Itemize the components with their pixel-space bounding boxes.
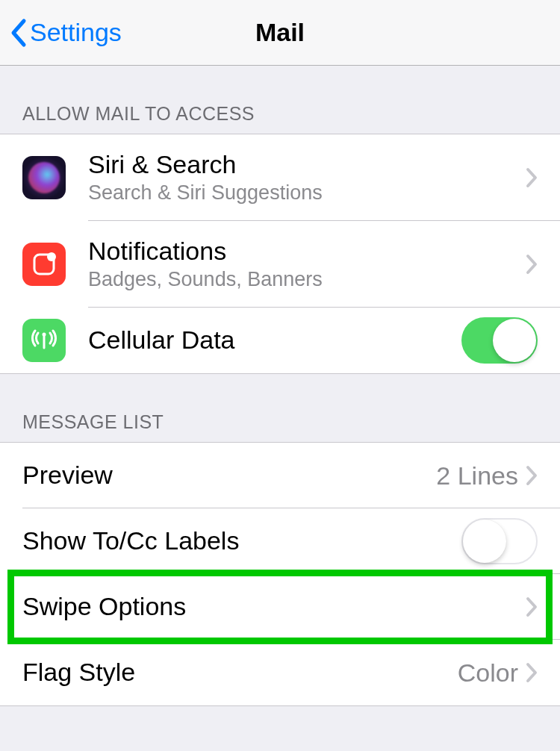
row-preview[interactable]: Preview 2 Lines [0,443,560,508]
navbar: Settings Mail [0,0,560,66]
row-show-tocc[interactable]: Show To/Cc Labels [0,508,560,574]
row-flag-style[interactable]: Flag Style Color [0,640,560,705]
row-siri-search[interactable]: Siri & Search Search & Siri Suggestions [0,134,560,221]
back-label: Settings [30,18,122,47]
row-value: Color [458,658,518,688]
svg-point-1 [47,252,56,261]
row-swipe-options[interactable]: Swipe Options [0,574,560,640]
row-title: Flag Style [22,658,458,687]
row-notifications[interactable]: Notifications Badges, Sounds, Banners [0,221,560,308]
row-title: Siri & Search [88,150,526,179]
chevron-right-icon [526,167,538,188]
section-allow-access: Siri & Search Search & Siri Suggestions … [0,134,560,374]
cellular-icon [22,319,66,362]
row-subtitle: Search & Siri Suggestions [88,181,526,206]
row-title: Preview [22,461,436,490]
chevron-right-icon [526,254,538,275]
chevron-right-icon [526,662,538,683]
row-title: Notifications [88,237,526,266]
section-header-message-list: Message List [0,374,560,442]
row-subtitle: Badges, Sounds, Banners [88,267,526,293]
row-cellular-data[interactable]: Cellular Data [0,308,560,373]
back-button[interactable]: Settings [0,18,122,48]
notifications-icon [22,243,66,286]
cellular-toggle[interactable] [461,317,538,364]
row-title: Show To/Cc Labels [22,526,461,555]
row-title: Swipe Options [22,592,526,621]
chevron-left-icon [9,18,27,48]
chevron-right-icon [526,465,538,486]
section-header-allow-access: Allow Mail to Access [0,66,560,134]
row-value: 2 Lines [436,461,518,490]
section-message-list: Preview 2 Lines Show To/Cc Labels Swipe … [0,442,560,706]
row-title: Cellular Data [88,325,461,355]
siri-icon [22,156,66,199]
svg-point-3 [43,333,46,337]
chevron-right-icon [526,596,538,617]
tocc-toggle[interactable] [461,518,538,564]
